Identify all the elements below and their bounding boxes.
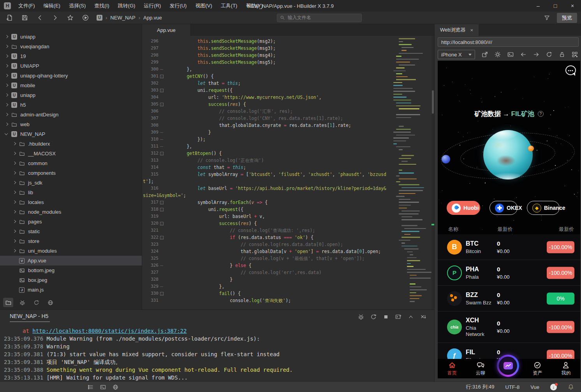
explorer-view-button[interactable] xyxy=(3,298,13,307)
tree-item-store[interactable]: store xyxy=(0,236,142,246)
tree-item-node-modules[interactable]: node_modules xyxy=(0,207,142,217)
fold-gutter[interactable]: - xyxy=(158,101,165,108)
url-input[interactable] xyxy=(438,37,579,47)
menu-item[interactable]: 选择(S) xyxy=(65,0,90,12)
menu-item[interactable]: 工具(T) xyxy=(217,0,242,12)
code-text[interactable]: this.sendSocketMessage(msg3); xyxy=(165,45,276,52)
restart-icon[interactable] xyxy=(370,314,377,320)
code-text[interactable]: // console.log('CNY', res.data.rates[1].… xyxy=(165,115,343,122)
collapse-panel-icon[interactable] xyxy=(408,314,414,320)
code-text[interactable]: let that = this; xyxy=(165,80,241,87)
menu-item[interactable]: 文件(F) xyxy=(14,0,39,12)
fold-open-icon[interactable]: - xyxy=(160,152,164,155)
tree-item-19[interactable]: U19 xyxy=(0,51,142,61)
tree-item-app-vue[interactable]: VApp.vue xyxy=(0,256,142,265)
chevron-right-icon[interactable] xyxy=(5,123,8,126)
chevron-right-icon[interactable] xyxy=(5,45,8,48)
fold-gutter[interactable]: - xyxy=(158,234,165,241)
chevron-right-icon[interactable] xyxy=(12,191,16,194)
tree-item-uniapp[interactable]: Uuniapp xyxy=(0,90,142,100)
fold-gutter[interactable] xyxy=(158,269,165,276)
chevron-right-icon[interactable] xyxy=(12,200,16,204)
tree-item-locales[interactable]: locales xyxy=(0,197,142,207)
tree-item-uniapp[interactable]: UUNIAPP xyxy=(0,61,142,71)
coin-row-bzz[interactable]: BZZSwarm Bzz0¥0.000% xyxy=(438,286,580,311)
coin-row-btc[interactable]: BBTCBitcoin0¥0.00-100.00% xyxy=(438,234,580,260)
fold-gutter[interactable] xyxy=(158,164,165,171)
code-text[interactable]: } xyxy=(165,276,232,283)
save-icon[interactable] xyxy=(21,14,28,21)
chevron-right-icon[interactable] xyxy=(12,230,16,233)
chevron-right-icon[interactable] xyxy=(12,162,16,165)
unlock-icon[interactable] xyxy=(559,51,565,58)
close-button[interactable]: × xyxy=(564,0,581,12)
message-bubble-icon[interactable]: ••• xyxy=(565,65,576,75)
tree-item-common[interactable]: common xyxy=(0,158,142,168)
tree-item-bottom-jpeg[interactable]: bottom.jpeg xyxy=(0,265,142,275)
chevron-right-icon[interactable] xyxy=(5,35,8,39)
fold-gutter[interactable] xyxy=(158,52,165,59)
code-text[interactable]: getCNY() { xyxy=(165,73,214,80)
tree-item-static[interactable]: static xyxy=(0,227,142,236)
fold-gutter[interactable] xyxy=(158,157,165,164)
globe-icon[interactable] xyxy=(113,384,118,390)
chevron-right-icon[interactable] xyxy=(5,93,8,97)
code-text[interactable]: let baseUrl = 'https://api.huobi.pro/mar… xyxy=(165,185,386,192)
language-mode[interactable]: Vue xyxy=(530,384,539,390)
tab-web-browser[interactable]: Web浏览器 × xyxy=(435,24,479,36)
tree-item-main-js[interactable]: Jmain.js xyxy=(0,285,142,295)
web-view-button[interactable] xyxy=(45,298,55,307)
code-text[interactable]: // console.log(res.data.data[0].open); xyxy=(165,241,343,248)
code-text[interactable]: t']; xyxy=(143,178,154,185)
code-text[interactable]: that.globalData.cnyrate = res.data.rates… xyxy=(165,122,351,129)
fold-gutter[interactable] xyxy=(158,283,165,290)
notifications-bell-icon[interactable] xyxy=(568,384,574,390)
tree-item-uniapp[interactable]: Uuniapp xyxy=(0,32,142,42)
nav-back-icon[interactable] xyxy=(520,51,526,58)
fold-gutter[interactable] xyxy=(158,255,165,262)
back-icon[interactable] xyxy=(37,14,43,21)
code-text[interactable]: this.sendSocketMessage(msg5); xyxy=(165,59,276,66)
fold-gutter[interactable] xyxy=(158,143,165,150)
code-text[interactable]: url: 'https://www.mycurrency.net/US.json… xyxy=(165,94,322,101)
exchange-button-huobi[interactable]: Huobi xyxy=(447,201,480,215)
close-tab-icon[interactable]: × xyxy=(470,27,474,33)
nav-forward-icon[interactable] xyxy=(533,51,539,58)
outline-icon[interactable] xyxy=(88,384,93,390)
code-editor[interactable]: App.vue 296 this.sendSocketMessage(msg2)… xyxy=(142,24,434,309)
code-text[interactable]: const that = this; xyxy=(165,164,246,171)
coin-row-xch[interactable]: chiaXCHChia Network0¥0.00-100.00% xyxy=(438,311,580,343)
fold-gutter[interactable] xyxy=(158,227,165,234)
tree-item--hbuilderx[interactable]: .hbuilderx xyxy=(0,139,142,149)
chevron-down-icon[interactable] xyxy=(5,132,8,136)
chevron-right-icon[interactable] xyxy=(12,220,16,223)
fold-gutter[interactable] xyxy=(158,108,165,115)
fold-gutter[interactable] xyxy=(158,297,165,304)
code-text[interactable]: this.sendSocketMessage(msg2); xyxy=(165,38,276,45)
tree-item--macosx[interactable]: __MACOSX xyxy=(0,149,142,158)
code-text[interactable]: that.globalData[v + 'open'] = res.data.d… xyxy=(165,248,381,255)
preview-button[interactable]: 预览 xyxy=(557,13,577,23)
code-text[interactable]: } else { xyxy=(165,262,252,269)
fold-open-icon[interactable]: - xyxy=(160,236,164,239)
fold-gutter[interactable]: - xyxy=(158,150,165,157)
new-file-icon[interactable] xyxy=(6,14,13,21)
debug-view-button[interactable] xyxy=(17,298,27,307)
code-text[interactable]: let symbolArray = ['btcusdt', 'filusdt',… xyxy=(165,171,386,178)
chevron-right-icon[interactable] xyxy=(5,103,8,107)
chevron-right-icon[interactable] xyxy=(12,142,16,146)
chevron-right-icon[interactable] xyxy=(5,113,8,116)
sync-view-button[interactable] xyxy=(31,298,41,307)
menu-item[interactable]: 运行(R) xyxy=(139,0,165,12)
tree-item-box-jpeg[interactable]: box.jpeg xyxy=(0,275,142,285)
fold-gutter[interactable] xyxy=(158,45,165,52)
code-text[interactable]: }, xyxy=(165,66,192,73)
tree-item-components[interactable]: components xyxy=(0,168,142,178)
clear-console-icon[interactable] xyxy=(420,314,426,320)
fold-gutter[interactable] xyxy=(158,248,165,255)
code-text[interactable]: // console.log(v + '最低值', that[v + 'open… xyxy=(165,255,364,262)
nav-logo-button[interactable] xyxy=(497,355,519,377)
menu-item[interactable]: 视图(V) xyxy=(191,0,216,12)
code-text[interactable]: // console.log('查询成功: ',res); xyxy=(165,227,315,234)
fold-gutter[interactable] xyxy=(158,129,165,136)
